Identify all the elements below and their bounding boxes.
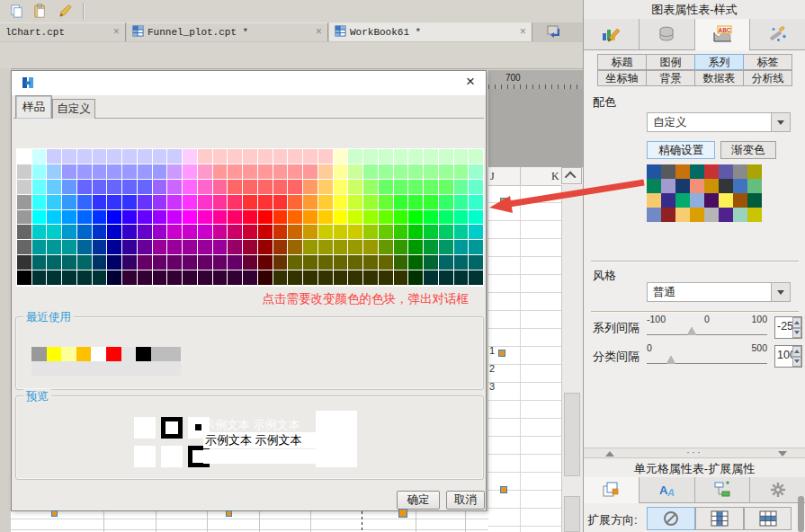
color-swatch[interactable] <box>334 210 348 225</box>
spinner-up-icon[interactable] <box>792 346 801 357</box>
color-swatch[interactable] <box>334 180 348 194</box>
color-swatch[interactable] <box>62 180 76 194</box>
sheet-bottom-sliver[interactable] <box>11 511 488 532</box>
color-swatch[interactable] <box>183 180 197 194</box>
color-swatch[interactable] <box>318 164 333 179</box>
color-swatch[interactable] <box>363 164 378 179</box>
color-swatch[interactable] <box>394 149 408 164</box>
color-swatch[interactable] <box>258 210 273 225</box>
color-swatch[interactable] <box>198 270 212 285</box>
color-swatch[interactable] <box>408 255 423 270</box>
color-swatch[interactable] <box>243 255 257 270</box>
color-swatch[interactable] <box>93 225 107 239</box>
color-swatch[interactable] <box>303 210 318 225</box>
color-swatch[interactable] <box>228 149 242 164</box>
color-swatch[interactable] <box>719 164 733 179</box>
spinner-up-icon[interactable] <box>792 317 801 328</box>
color-swatch[interactable] <box>165 361 181 376</box>
color-swatch[interactable] <box>318 270 333 285</box>
spinner-down-icon[interactable] <box>792 357 801 368</box>
color-swatch[interactable] <box>424 210 438 225</box>
color-swatch[interactable] <box>228 255 242 270</box>
color-swatch[interactable] <box>348 164 362 179</box>
color-swatch[interactable] <box>258 255 273 270</box>
color-swatch[interactable] <box>394 240 408 254</box>
color-swatch[interactable] <box>454 270 469 285</box>
color-swatch[interactable] <box>661 179 675 193</box>
chart-nav-tab[interactable]: 标签 <box>743 54 792 70</box>
color-swatch[interactable] <box>334 255 348 270</box>
color-swatch[interactable] <box>363 180 378 194</box>
color-swatch[interactable] <box>273 270 288 285</box>
color-swatch[interactable] <box>661 208 675 222</box>
color-swatch[interactable] <box>47 195 61 209</box>
color-swatch[interactable] <box>363 149 378 164</box>
color-swatch[interactable] <box>47 240 61 254</box>
gradient-color-button[interactable]: 渐变色 <box>720 141 776 159</box>
color-swatch[interactable] <box>183 210 197 225</box>
category-gap-slider[interactable] <box>647 363 767 364</box>
series-gap-spinner[interactable]: -25 <box>774 316 802 339</box>
color-swatch[interactable] <box>243 195 257 209</box>
doc-tab[interactable]: Funnel_plot.cpt * × <box>127 22 328 41</box>
color-swatch[interactable] <box>93 180 107 194</box>
color-swatch[interactable] <box>273 195 288 209</box>
color-swatch[interactable] <box>31 361 47 376</box>
color-swatch[interactable] <box>213 225 228 239</box>
color-swatch[interactable] <box>424 164 438 179</box>
color-swatch[interactable] <box>747 193 762 208</box>
color-swatch[interactable] <box>32 240 47 254</box>
color-swatch[interactable] <box>469 240 483 254</box>
color-swatch[interactable] <box>454 164 469 179</box>
color-swatch[interactable] <box>439 180 453 194</box>
selection-handle[interactable] <box>226 510 232 517</box>
panel-scrollbar-thumb[interactable] <box>798 496 804 532</box>
category-gap-spinner[interactable]: 100 <box>774 345 802 368</box>
color-swatch[interactable] <box>138 270 152 285</box>
color-swatch[interactable] <box>77 225 92 239</box>
color-swatch[interactable] <box>318 180 333 194</box>
precise-settings-button[interactable]: 精确设置 <box>647 141 715 159</box>
color-swatch[interactable] <box>198 195 212 209</box>
color-swatch[interactable] <box>153 180 167 194</box>
color-swatch[interactable] <box>167 210 182 225</box>
color-swatch[interactable] <box>690 179 704 193</box>
doc-tab[interactable]: WorkBook61 * × <box>329 22 532 41</box>
color-swatch[interactable] <box>318 195 333 209</box>
color-swatch[interactable] <box>675 208 690 222</box>
tab-close-icon[interactable]: × <box>113 27 120 38</box>
chart-data-tab[interactable] <box>640 19 695 49</box>
color-swatch[interactable] <box>348 210 362 225</box>
color-swatch[interactable] <box>93 210 107 225</box>
color-swatch[interactable] <box>93 195 107 209</box>
color-swatch[interactable] <box>303 149 318 164</box>
color-swatch[interactable] <box>122 240 137 254</box>
color-swatch[interactable] <box>93 270 107 285</box>
color-swatch[interactable] <box>198 210 212 225</box>
color-swatch[interactable] <box>704 179 719 193</box>
color-swatch[interactable] <box>77 149 92 164</box>
chart-nav-tab[interactable]: 分析线 <box>743 70 792 86</box>
color-swatch[interactable] <box>379 270 393 285</box>
selection-handle[interactable] <box>498 350 505 357</box>
color-swatch[interactable] <box>91 347 106 361</box>
color-swatch[interactable] <box>394 225 408 239</box>
color-swatch[interactable] <box>394 255 408 270</box>
color-swatch[interactable] <box>62 240 76 254</box>
color-swatch[interactable] <box>334 149 348 164</box>
color-swatch[interactable] <box>424 225 438 239</box>
color-swatch[interactable] <box>318 210 333 225</box>
color-swatch[interactable] <box>363 225 378 239</box>
color-swatch[interactable] <box>17 195 31 209</box>
color-swatch[interactable] <box>747 164 762 179</box>
color-swatch[interactable] <box>62 225 76 239</box>
dialog-close-icon[interactable]: × <box>462 74 479 90</box>
color-swatch[interactable] <box>258 180 273 194</box>
color-swatch[interactable] <box>213 195 228 209</box>
color-swatch[interactable] <box>439 164 453 179</box>
color-swatch[interactable] <box>379 255 393 270</box>
color-swatch[interactable] <box>469 195 483 209</box>
color-swatch[interactable] <box>288 210 302 225</box>
color-swatch[interactable] <box>334 270 348 285</box>
style-select[interactable]: 普通 <box>647 282 791 302</box>
